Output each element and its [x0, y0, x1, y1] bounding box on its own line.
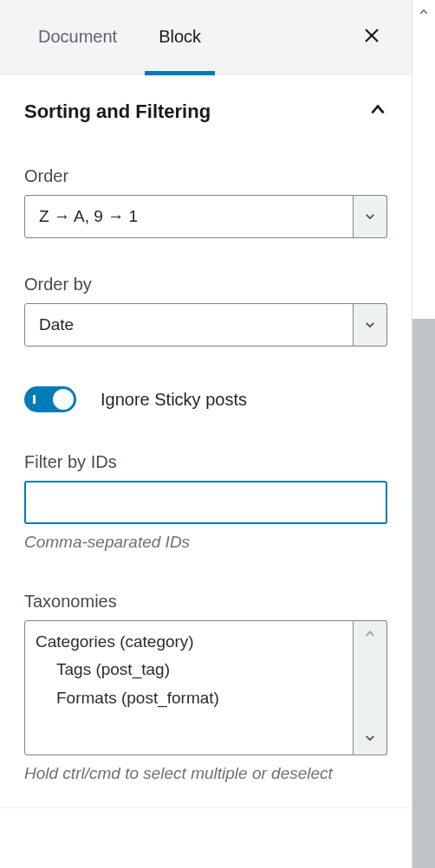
tab-document-label: Document — [38, 27, 117, 47]
order-by-select[interactable]: Date — [24, 303, 387, 347]
chevron-up-icon — [364, 628, 376, 640]
panel-sorting-filtering: Sorting and Filtering Order Z → A, 9 → 1 — [0, 74, 412, 808]
order-by-select-value: Date — [24, 303, 387, 347]
taxonomies-label: Taxonomies — [24, 592, 387, 612]
panel-title: Sorting and Filtering — [24, 100, 211, 123]
filter-ids-help: Comma-separated IDs — [24, 533, 387, 552]
taxonomies-scroll-down[interactable] — [364, 732, 376, 748]
order-select[interactable]: Z → A, 9 → 1 — [24, 195, 387, 238]
chevron-down-icon — [364, 319, 376, 331]
tab-block[interactable]: Block — [138, 0, 222, 74]
ignore-sticky-label: Ignore Sticky posts — [101, 390, 247, 410]
toggle-knob — [53, 389, 74, 410]
field-order: Order Z → A, 9 → 1 — [24, 166, 387, 238]
taxonomies-listbox[interactable]: Categories (category) Tags (post_tag) Fo… — [24, 620, 387, 755]
taxonomies-option-0[interactable]: Categories (category) — [36, 628, 352, 656]
scrollbar-arrow-up[interactable] — [412, 0, 435, 24]
close-sidebar-button[interactable] — [356, 20, 387, 55]
order-select-value: Z → A, 9 → 1 — [24, 195, 387, 238]
taxonomies-option-2[interactable]: Formats (post_format) — [36, 684, 352, 712]
chevron-down-icon — [364, 211, 376, 223]
field-filter-ids: Filter by IDs Comma-separated IDs — [24, 452, 387, 552]
chevron-up-icon — [368, 100, 387, 123]
order-select-chevron[interactable] — [353, 195, 387, 238]
chevron-down-icon — [364, 732, 376, 744]
panel-header[interactable]: Sorting and Filtering — [0, 74, 412, 132]
window-scrollbar[interactable] — [412, 0, 435, 868]
tab-document[interactable]: Document — [17, 0, 138, 74]
block-settings-sidebar: Document Block Sorting and Filtering Ord… — [0, 0, 412, 868]
sidebar-tabs: Document Block — [0, 0, 412, 74]
taxonomies-scrollbar[interactable] — [353, 620, 387, 755]
field-taxonomies: Taxonomies Categories (category) Tags (p… — [24, 592, 387, 783]
taxonomies-scroll-up[interactable] — [364, 628, 376, 644]
close-icon — [363, 27, 380, 44]
toggle-on-indicator — [33, 395, 36, 404]
panel-list: Sorting and Filtering Order Z → A, 9 → 1 — [0, 74, 412, 868]
order-by-select-chevron[interactable] — [353, 303, 387, 347]
taxonomies-help: Hold ctrl/cmd to select multiple or dese… — [24, 764, 387, 783]
chevron-up-icon — [419, 7, 429, 17]
scrollbar-track[interactable] — [412, 24, 435, 319]
field-ignore-sticky: Ignore Sticky posts — [24, 386, 387, 412]
ignore-sticky-toggle[interactable] — [24, 386, 76, 412]
taxonomies-option-1[interactable]: Tags (post_tag) — [36, 656, 352, 683]
order-label: Order — [24, 166, 387, 186]
scrollbar-thumb[interactable] — [412, 319, 435, 868]
tab-block-label: Block — [159, 27, 201, 47]
field-order-by: Order by Date — [24, 275, 387, 347]
filter-ids-label: Filter by IDs — [24, 452, 387, 472]
order-by-label: Order by — [24, 275, 387, 295]
filter-ids-input[interactable] — [24, 481, 387, 524]
panel-body: Order Z → A, 9 → 1 Order by Date — [0, 132, 412, 807]
